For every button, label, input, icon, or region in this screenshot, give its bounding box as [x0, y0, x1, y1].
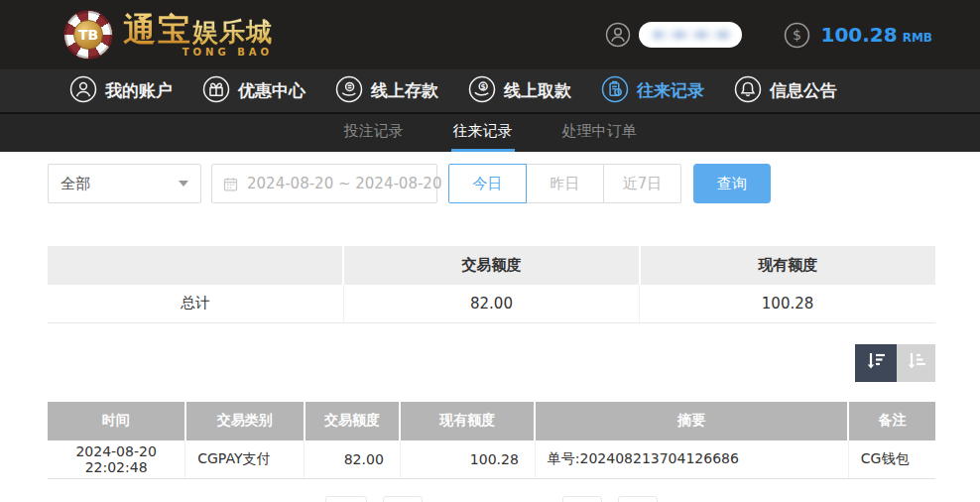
- summary-total-row: 总计 82.00 100.28: [48, 285, 935, 322]
- username-redacted[interactable]: [639, 22, 742, 48]
- summary-current-amount: 100.28: [640, 285, 935, 322]
- nav-label: 线上取款: [504, 79, 571, 102]
- records-header-summary: 摘要: [535, 402, 848, 440]
- nav-item-deposit[interactable]: 线上存款: [335, 75, 438, 107]
- logo-title-sub: 娱乐城: [192, 17, 273, 47]
- summary-total-label: 总计: [48, 285, 343, 322]
- site-logo[interactable]: TB 通宝娱乐城 TONG BAO: [63, 10, 273, 60]
- records-header-balance: 现有额度: [400, 402, 535, 440]
- type-select[interactable]: 全部: [48, 164, 201, 203]
- sub-tab-label: 处理中订单: [562, 122, 637, 141]
- type-select-value: 全部: [61, 175, 90, 193]
- pagination-button[interactable]: [383, 496, 423, 502]
- record-balance: 100.28: [400, 440, 535, 479]
- chevron-down-icon: [179, 181, 188, 187]
- summary-header-transaction: 交易额度: [343, 246, 639, 285]
- date-range-value: 2024-08-20 ~ 2024-08-20: [247, 175, 441, 192]
- summary-transaction-amount: 82.00: [343, 285, 639, 322]
- quick-range-label: 近7日: [623, 175, 663, 193]
- redacted-smudge: [653, 31, 732, 39]
- balance-currency: RMB: [903, 31, 932, 45]
- logo-subtitle: TONG BAO: [183, 48, 273, 58]
- nav-label: 信息公告: [770, 79, 837, 102]
- user-icon: [69, 75, 97, 107]
- tab-betting-records[interactable]: 投注记录: [342, 114, 406, 152]
- nav-label: 线上存款: [371, 79, 438, 102]
- records-table: 时间 交易类别 交易额度 现有额度 摘要 备注 2024-08-20 22:02…: [48, 402, 935, 480]
- summary-table: 交易额度 现有额度 总计 82.00 100.28: [48, 246, 935, 323]
- bell-icon: [734, 75, 762, 107]
- nav-item-promotions[interactable]: 优惠中心: [202, 75, 306, 107]
- date-range-input[interactable]: 2024-08-20 ~ 2024-08-20: [211, 164, 437, 203]
- pagination-button[interactable]: [618, 496, 658, 502]
- logo-text: 通宝娱乐城 TONG BAO: [123, 13, 273, 58]
- main-nav: 我的账户 优惠中心 线上存款: [0, 69, 980, 114]
- quick-range-group: 今日 昨日 近7日: [448, 164, 681, 203]
- nav-item-transaction-records[interactable]: 往来记录: [601, 75, 704, 107]
- records-header-remark: 备注: [848, 402, 935, 440]
- svg-text:$: $: [794, 27, 802, 43]
- content: 全部 2024-08-20 ~ 2024-08-20 今日: [0, 152, 980, 479]
- nav-item-withdraw[interactable]: $ 线上取款: [468, 75, 571, 107]
- sub-nav: 投注记录 往来记录 处理中订单: [0, 114, 980, 152]
- balance-amount: 100.28: [820, 23, 897, 47]
- top-header: TB 通宝娱乐城 TONG BAO $ 100: [0, 0, 980, 69]
- user-area: $ 100.28 RMB: [605, 22, 932, 49]
- sub-tab-label: 往来记录: [453, 122, 513, 141]
- sort-ascending-button[interactable]: [897, 344, 935, 382]
- quick-range-label: 昨日: [551, 175, 580, 193]
- quick-range-today[interactable]: 今日: [448, 164, 527, 203]
- poker-chip-icon: TB: [63, 10, 113, 60]
- user-avatar-icon[interactable]: [605, 22, 631, 48]
- record-time: 2024-08-20 22:02:48: [48, 440, 185, 479]
- quick-range-yesterday[interactable]: 昨日: [526, 164, 604, 203]
- summary-header-row: 交易额度 现有额度: [48, 246, 935, 285]
- dollar-coin-icon: $: [784, 22, 810, 49]
- tab-transaction-records[interactable]: 往来记录: [451, 114, 515, 152]
- gift-icon: [202, 75, 230, 107]
- summary-header-blank: [48, 246, 343, 285]
- sub-tab-label: 投注记录: [344, 122, 404, 141]
- search-button[interactable]: 查询: [693, 164, 771, 203]
- records-header-amount: 交易额度: [305, 402, 401, 440]
- sort-ascending-icon: [905, 349, 928, 377]
- nav-label: 优惠中心: [238, 79, 306, 102]
- logo-title-main: 通宝: [123, 10, 192, 49]
- sort-descending-button[interactable]: [855, 344, 897, 382]
- table-row: 2024-08-20 22:02:48 CGPAY支付 82.00 100.28…: [48, 440, 935, 479]
- nav-item-my-account[interactable]: 我的账户: [69, 75, 173, 107]
- records-header-row: 时间 交易类别 交易额度 现有额度 摘要 备注: [48, 402, 935, 440]
- nav-item-announcements[interactable]: 信息公告: [734, 75, 837, 107]
- record-amount: 82.00: [305, 440, 401, 479]
- nav-label: 往来记录: [637, 79, 704, 102]
- withdraw-icon: $: [468, 75, 496, 107]
- records-header-time: 时间: [48, 402, 185, 440]
- tab-pending-orders[interactable]: 处理中订单: [560, 114, 639, 152]
- record-type: CGPAY支付: [185, 440, 305, 479]
- sort-descending-icon: [864, 349, 888, 377]
- pagination-button[interactable]: [562, 496, 602, 502]
- sort-row: [48, 344, 935, 382]
- records-icon: [601, 75, 629, 107]
- svg-text:$: $: [481, 81, 486, 90]
- quick-range-label: 今日: [473, 175, 503, 193]
- balance-display: 100.28 RMB: [820, 23, 932, 47]
- quick-range-last7days[interactable]: 近7日: [603, 164, 681, 203]
- pagination-button[interactable]: [325, 496, 367, 502]
- record-remark: CG钱包: [848, 440, 935, 479]
- summary-header-current: 现有额度: [640, 246, 935, 285]
- records-header-type: 交易类别: [185, 402, 305, 440]
- calendar-icon: [222, 176, 239, 192]
- page: TB 通宝娱乐城 TONG BAO $ 100: [0, 0, 980, 502]
- filter-row: 全部 2024-08-20 ~ 2024-08-20 今日: [48, 164, 935, 203]
- chip-label: TB: [73, 20, 103, 50]
- deposit-icon: [335, 75, 363, 107]
- record-summary: 单号:202408213704126686: [535, 440, 848, 479]
- nav-label: 我的账户: [105, 79, 173, 102]
